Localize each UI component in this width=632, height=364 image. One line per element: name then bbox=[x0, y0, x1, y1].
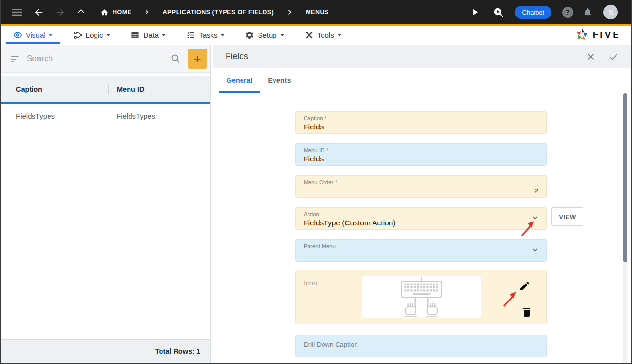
icon-field: Icon bbox=[295, 270, 547, 324]
delete-trash-icon bbox=[521, 306, 533, 318]
action-dropdown-button[interactable] bbox=[530, 212, 540, 225]
app-window: HOME APPLICATIONS (TYPES OF FIELDS) MENU… bbox=[0, 0, 632, 364]
hamburger-icon bbox=[12, 8, 22, 16]
close-button[interactable] bbox=[586, 52, 596, 62]
chevron-down-icon bbox=[530, 212, 540, 223]
breadcrumb-menus: MENUS bbox=[306, 9, 329, 16]
tasks-checklist-icon bbox=[186, 31, 195, 40]
user-avatar[interactable]: S bbox=[603, 5, 618, 19]
caret-down-icon bbox=[221, 34, 225, 36]
menu-data[interactable]: Data bbox=[124, 26, 173, 44]
menu-setup-label: Setup bbox=[258, 31, 276, 39]
icon-preview-box bbox=[362, 276, 481, 318]
menu-id-field-value: Fields bbox=[304, 155, 538, 163]
parent-menu-field[interactable]: Parent Menu bbox=[295, 239, 547, 262]
red-annotation-arrow bbox=[502, 290, 519, 308]
breadcrumb-applications[interactable]: APPLICATIONS (TYPES OF FIELDS) bbox=[163, 9, 274, 16]
keyboard-hands-illustration bbox=[392, 277, 451, 317]
row-caption-value: FieldsTypes bbox=[16, 112, 55, 120]
edit-icon-button[interactable] bbox=[519, 280, 531, 292]
caret-down-icon bbox=[162, 34, 166, 36]
form-scroll-area: Caption * Fields Menu ID * Fields bbox=[213, 93, 631, 363]
caption-field-label: Caption * bbox=[304, 115, 538, 121]
chevron-down-icon bbox=[530, 244, 540, 255]
column-header-menu-id[interactable]: Menu ID bbox=[117, 85, 144, 93]
help-icon: ? bbox=[566, 8, 570, 16]
column-header-caption[interactable]: Caption bbox=[16, 85, 42, 93]
check-icon bbox=[608, 51, 619, 62]
detail-title: Fields bbox=[226, 51, 248, 62]
list-empty-area bbox=[1, 129, 210, 339]
menu-logic-label: Logic bbox=[86, 31, 103, 39]
search-play-icon bbox=[493, 7, 504, 18]
data-table-icon bbox=[130, 31, 140, 40]
main-menu-button[interactable] bbox=[12, 8, 22, 16]
run-app-button[interactable] bbox=[470, 7, 480, 17]
play-icon bbox=[470, 7, 480, 17]
drill-down-caption-field[interactable]: Drill Down Caption bbox=[295, 335, 547, 357]
brand-text: FIVE bbox=[593, 30, 621, 40]
forward-button[interactable] bbox=[55, 7, 65, 17]
menu-logic[interactable]: Logic bbox=[66, 26, 117, 44]
caret-down-icon bbox=[49, 34, 53, 36]
scrollbar-thumb[interactable] bbox=[623, 93, 627, 262]
menu-data-label: Data bbox=[143, 31, 159, 39]
action-field-label: Action bbox=[304, 211, 538, 217]
record-detail-panel: Fields General bbox=[213, 45, 631, 363]
add-record-button[interactable]: + bbox=[188, 49, 207, 69]
parent-menu-dropdown-button[interactable] bbox=[530, 244, 540, 257]
menu-visual-label: Visual bbox=[26, 31, 46, 39]
search-bar: + bbox=[1, 45, 210, 73]
menu-tasks[interactable]: Tasks bbox=[179, 26, 231, 44]
back-arrow-icon bbox=[33, 7, 44, 17]
close-icon bbox=[586, 52, 596, 62]
main-menubar: Visual Logic Data bbox=[1, 26, 631, 44]
records-list-panel: + Caption Menu ID FieldsTypes FieldsType… bbox=[1, 45, 211, 363]
filter-icon[interactable] bbox=[10, 54, 20, 63]
menu-tools-label: Tools bbox=[317, 31, 334, 39]
menu-id-field[interactable]: Menu ID * Fields bbox=[295, 143, 547, 166]
menu-id-field-label: Menu ID * bbox=[304, 147, 538, 153]
caret-down-icon bbox=[338, 34, 341, 36]
search-input[interactable] bbox=[27, 54, 170, 63]
menu-order-field-label: Menu Order * bbox=[304, 179, 538, 185]
caret-down-icon bbox=[106, 34, 110, 36]
view-action-button[interactable]: VIEW bbox=[551, 207, 583, 226]
up-level-button[interactable] bbox=[76, 7, 86, 17]
eye-icon bbox=[13, 31, 22, 40]
breadcrumb-home[interactable]: HOME bbox=[100, 8, 132, 16]
search-icon[interactable] bbox=[170, 53, 181, 64]
list-footer: Total Rows: 1 bbox=[1, 339, 210, 363]
menu-tasks-label: Tasks bbox=[199, 31, 217, 39]
help-button[interactable]: ? bbox=[562, 7, 573, 18]
menu-setup[interactable]: Setup bbox=[238, 26, 291, 44]
notifications-button[interactable] bbox=[583, 7, 593, 17]
action-field[interactable]: Action FieldsType (Custom Action) bbox=[295, 207, 547, 230]
vertical-scrollbar bbox=[623, 93, 627, 363]
five-brand-logo: FIVE bbox=[575, 26, 621, 44]
save-button[interactable] bbox=[608, 51, 619, 62]
menu-order-field[interactable]: Menu Order * 2 bbox=[295, 175, 547, 198]
chatbot-button[interactable]: Chatbot bbox=[515, 6, 551, 19]
delete-icon-button[interactable] bbox=[521, 306, 533, 318]
menu-visual[interactable]: Visual bbox=[6, 26, 60, 44]
avatar-initial: S bbox=[608, 8, 613, 16]
tab-general[interactable]: General bbox=[219, 68, 260, 93]
up-arrow-icon bbox=[76, 7, 86, 17]
total-rows-label: Total Rows: 1 bbox=[155, 348, 200, 355]
tab-events[interactable]: Events bbox=[260, 68, 299, 93]
back-button[interactable] bbox=[33, 7, 44, 17]
plus-icon: + bbox=[194, 51, 201, 66]
setup-gear-icon bbox=[245, 31, 254, 40]
forward-arrow-icon bbox=[55, 7, 65, 17]
bell-icon bbox=[583, 7, 593, 17]
menu-tools[interactable]: Tools bbox=[298, 26, 348, 44]
action-field-value: FieldsType (Custom Action) bbox=[304, 219, 538, 227]
preview-search-button[interactable] bbox=[493, 7, 504, 18]
logic-branch-icon bbox=[73, 31, 82, 40]
menu-order-field-value: 2 bbox=[304, 187, 538, 195]
breadcrumb-home-label: HOME bbox=[113, 9, 132, 16]
caption-field[interactable]: Caption * Fields bbox=[295, 111, 547, 134]
table-row[interactable]: FieldsTypes FieldsTypes bbox=[1, 104, 210, 129]
row-menu-id-value: FieldsTypes bbox=[116, 112, 155, 120]
